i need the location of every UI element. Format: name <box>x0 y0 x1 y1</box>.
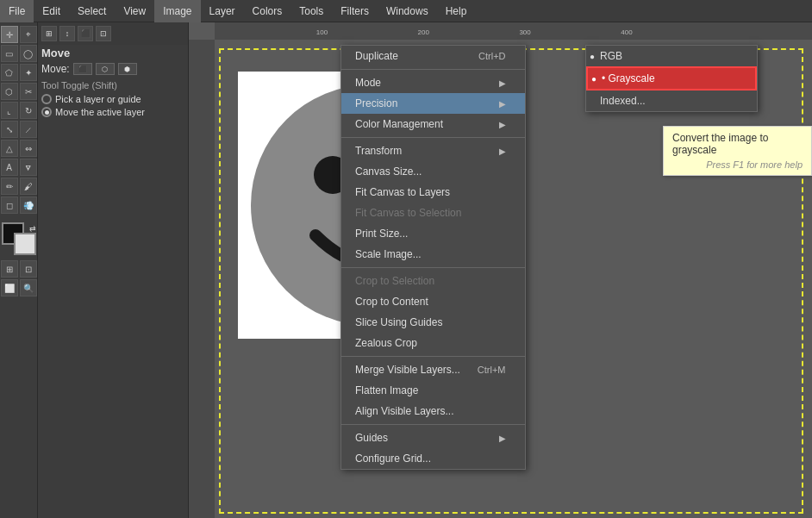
tool-fuzzy-select[interactable]: ✦ <box>20 64 37 81</box>
menu-item-duplicate-label: Duplicate <box>355 50 398 62</box>
tool-flip[interactable]: ⇔ <box>20 140 37 157</box>
tool-perspective[interactable]: △ <box>1 140 18 157</box>
panel-icons: ⊞ ↕ ⬛ ⊡ <box>38 22 188 45</box>
menu-view[interactable]: View <box>115 0 154 22</box>
tool-extra1[interactable]: ⊞ <box>1 260 18 278</box>
sep5 <box>341 424 525 425</box>
tool-shear[interactable]: ⟋ <box>20 121 37 138</box>
mode-arrow-icon: ▶ <box>499 78 506 88</box>
precision-arrow-icon: ▶ <box>499 99 506 109</box>
tool-select-ellipse[interactable]: ◯ <box>20 45 37 62</box>
tool-select-rect[interactable]: ▭ <box>1 45 18 62</box>
tool-rotate[interactable]: ↻ <box>20 102 37 119</box>
panel-icon-1[interactable]: ⊞ <box>41 26 57 41</box>
radio-pick-layer-label: Pick a layer or guide <box>55 94 141 104</box>
menu-select[interactable]: Select <box>69 0 115 22</box>
main-layout: ✛ ⌖ ▭ ◯ ⬠ ✦ ⬡ ✂ ⌞ ↻ ⤡ ⟋ △ ⇔ A ⛛ ✏ 🖌 <box>0 22 812 518</box>
menu-item-color-management-label: Color Management <box>355 118 443 130</box>
menu-item-crop-content[interactable]: Crop to Content <box>341 291 525 312</box>
tool-scissors[interactable]: ✂ <box>20 83 37 100</box>
grayscale-bullet-icon: ● <box>591 74 597 84</box>
menu-item-slice-guides[interactable]: Slice Using Guides <box>341 312 525 333</box>
tool-pencil[interactable]: ✏ <box>1 178 18 195</box>
precision-item-rgb-label: RGB <box>600 50 622 62</box>
menu-image[interactable]: Image <box>154 0 200 22</box>
menu-help[interactable]: Help <box>437 0 476 22</box>
menu-item-fit-selection: Fit Canvas to Selection <box>341 203 525 223</box>
menu-item-duplicate[interactable]: Duplicate Ctrl+D <box>341 46 525 66</box>
radio-pick-layer[interactable]: Pick a layer or guide <box>41 94 184 104</box>
menu-item-zealous-crop[interactable]: Zealous Crop <box>341 333 525 353</box>
precision-item-grayscale[interactable]: ● • Grayscale <box>586 66 757 90</box>
sep3 <box>341 267 525 268</box>
tool-extra4[interactable]: 🔍 <box>20 279 37 296</box>
tool-extra2[interactable]: ⊡ <box>20 260 37 278</box>
panel-icon-2[interactable]: ↕ <box>59 26 75 41</box>
precision-item-indexed-label: Indexed... <box>600 95 646 107</box>
tool-paintbrush[interactable]: 🖌 <box>20 178 37 195</box>
menu-item-print-size-label: Print Size... <box>355 228 408 240</box>
menu-item-flatten[interactable]: Flatten Image <box>341 380 525 401</box>
ruler-tick-200: 200 <box>418 28 429 36</box>
precision-item-grayscale-label: • Grayscale <box>602 72 655 84</box>
tool-select-color[interactable]: ⬡ <box>1 83 18 100</box>
menu-item-precision[interactable]: Precision ▶ <box>341 93 525 114</box>
ruler-vertical <box>189 40 215 518</box>
menu-item-transform[interactable]: Transform ▶ <box>341 140 525 161</box>
radio-move-active-dot <box>41 107 52 117</box>
menu-item-configure-grid[interactable]: Configure Grid... <box>341 448 525 469</box>
menu-layer[interactable]: Layer <box>201 0 244 22</box>
precision-item-rgb[interactable]: ● RGB <box>586 46 757 66</box>
ruler-tick-400: 400 <box>621 28 632 36</box>
menu-item-crop-selection: Crop to Selection <box>341 271 525 291</box>
tool-crop[interactable]: ⌞ <box>1 102 18 119</box>
tool-eraser[interactable]: ◻ <box>1 197 18 214</box>
sep1 <box>341 69 525 70</box>
menu-item-print-size[interactable]: Print Size... <box>341 223 525 244</box>
tool-align[interactable]: ⌖ <box>20 26 37 43</box>
menu-filters[interactable]: Filters <box>332 0 378 22</box>
content-area: 100 200 300 400 <box>189 22 812 518</box>
menu-item-scale-image[interactable]: Scale Image... <box>341 244 525 265</box>
rgb-bullet-icon: ● <box>590 52 595 61</box>
color-indicator: ⇄ <box>0 222 38 255</box>
background-color[interactable] <box>14 233 36 255</box>
menu-item-mode[interactable]: Mode ▶ <box>341 72 525 93</box>
tool-extra3[interactable]: ⬜ <box>1 279 18 296</box>
menu-item-configure-grid-label: Configure Grid... <box>355 452 431 465</box>
tool-text[interactable]: A <box>1 159 18 176</box>
menu-item-fit-selection-label: Fit Canvas to Selection <box>355 207 461 219</box>
menu-item-guides-label: Guides <box>355 432 388 444</box>
swap-colors-icon[interactable]: ⇄ <box>29 224 36 233</box>
radio-move-active[interactable]: Move the active layer <box>41 107 184 117</box>
panel-icon-4[interactable]: ⊡ <box>96 26 111 41</box>
menu-item-fit-layers[interactable]: Fit Canvas to Layers <box>341 182 525 203</box>
menu-file[interactable]: File <box>0 0 34 22</box>
menu-item-guides[interactable]: Guides ▶ <box>341 428 525 448</box>
menu-windows[interactable]: Windows <box>378 0 437 22</box>
tool-scale[interactable]: ⤡ <box>1 121 18 138</box>
tool-airbrush[interactable]: 💨 <box>20 197 37 214</box>
menu-item-align-visible[interactable]: Align Visible Layers... <box>341 401 525 421</box>
precision-item-indexed[interactable]: Indexed... <box>586 90 757 111</box>
tool-free-select[interactable]: ⬠ <box>1 64 18 81</box>
menu-tools[interactable]: Tools <box>290 0 332 22</box>
move-icon-3[interactable]: ⬢ <box>118 63 137 75</box>
extra-tools: ⊞ ⊡ ⬜ 🔍 <box>1 260 37 296</box>
menu-item-canvas-size-label: Canvas Size... <box>355 165 422 178</box>
tool-paths[interactable]: ⛛ <box>20 159 37 176</box>
panel-icon-3[interactable]: ⬛ <box>78 26 93 41</box>
ruler-tick-100: 100 <box>316 28 328 36</box>
tool-move[interactable]: ✛ <box>1 26 18 43</box>
move-label-text: Move: <box>41 63 70 75</box>
menu-edit[interactable]: Edit <box>34 0 69 22</box>
color-management-arrow-icon: ▶ <box>499 120 506 129</box>
menu-item-color-management[interactable]: Color Management ▶ <box>341 114 525 134</box>
menu-item-canvas-size[interactable]: Canvas Size... <box>341 161 525 182</box>
move-icon-2[interactable]: ⬡ <box>96 63 115 75</box>
menu-colors[interactable]: Colors <box>244 0 291 22</box>
menu-item-merge-visible[interactable]: Merge Visible Layers... Ctrl+M <box>341 359 525 380</box>
move-icon-1[interactable]: ⬛ <box>73 63 92 75</box>
guides-arrow-icon: ▶ <box>499 434 506 443</box>
menu-item-precision-label: Precision <box>355 97 397 109</box>
